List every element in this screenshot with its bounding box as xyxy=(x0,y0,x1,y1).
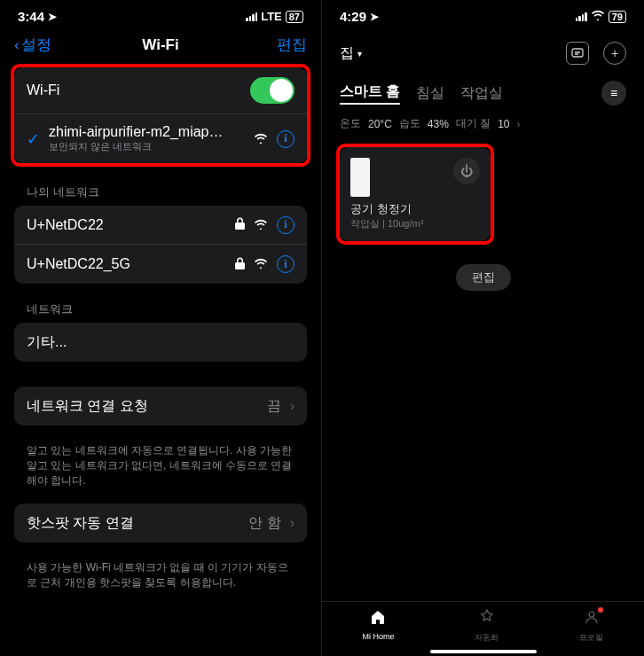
hotspot-label: 핫스팟 자동 연결 xyxy=(27,514,134,533)
home-indicator xyxy=(430,650,537,653)
nav-bar: ‹ 설정 Wi-Fi 편집 xyxy=(0,27,321,64)
location-icon: ➤ xyxy=(370,11,379,23)
connected-network-row[interactable]: ✓ zhimi-airpurifier-m2_miapd9... 보안되지 않은… xyxy=(14,114,307,163)
home-icon xyxy=(370,609,386,629)
cellular-signal-icon xyxy=(246,12,257,21)
hum-value: 43% xyxy=(428,118,449,130)
edit-button[interactable]: 편집 xyxy=(277,35,307,55)
wifi-icon xyxy=(254,132,268,146)
ios-settings-screen: 3:44 ➤ LTE 87 ‹ 설정 Wi-Fi 편집 Wi-Fi ✓ xyxy=(0,0,322,656)
checkmark-icon: ✓ xyxy=(27,129,40,149)
tabbar-profile[interactable]: 프로필 xyxy=(579,609,603,644)
network-row[interactable]: U+NetDC22 i xyxy=(14,206,307,245)
power-icon[interactable]: ⏻ xyxy=(453,158,480,184)
back-label: 설정 xyxy=(21,35,51,55)
ask-join-label: 네트워크 연결 요청 xyxy=(27,397,148,416)
notification-dot xyxy=(598,607,603,613)
environment-bar[interactable]: 온도 20°C 습도 43% 대기 질 10 › xyxy=(322,109,644,144)
other-network-row[interactable]: 기타... xyxy=(14,323,307,362)
status-time: 3:44 xyxy=(18,9,44,24)
wifi-icon xyxy=(591,10,605,23)
message-icon[interactable] xyxy=(566,42,589,65)
battery-level: 87 xyxy=(286,11,303,23)
connected-ssid: zhimi-airpurifier-m2_miapd9... xyxy=(49,124,226,140)
other-label: 기타... xyxy=(27,333,67,352)
location-icon: ➤ xyxy=(48,11,57,23)
automation-icon xyxy=(479,609,495,629)
hotspot-footer: 사용 가능한 Wi-Fi 네트워크가 없을 때 이 기기가 자동으로 근처 개인… xyxy=(0,555,321,606)
networks-header: 네트워크 xyxy=(0,296,321,323)
edit-button[interactable]: 편집 xyxy=(456,264,511,291)
back-button[interactable]: ‹ 설정 xyxy=(14,35,51,55)
tab-bedroom[interactable]: 침실 xyxy=(416,84,444,103)
home-selector[interactable]: 집 ▾ xyxy=(340,44,362,63)
status-bar: 4:29 ➤ 79 xyxy=(322,0,644,27)
hum-label: 습도 xyxy=(399,116,420,131)
tabbar-auto-label: 자동화 xyxy=(475,632,499,644)
chevron-right-icon: › xyxy=(290,398,295,414)
network-ssid: U+NetDC22 xyxy=(27,217,104,233)
device-name: 공기 청정기 xyxy=(350,201,480,217)
temp-value: 20°C xyxy=(368,118,392,130)
chevron-left-icon: ‹ xyxy=(14,36,20,54)
cellular-signal-icon xyxy=(576,12,587,21)
info-icon[interactable]: i xyxy=(277,216,295,234)
wifi-icon xyxy=(254,257,268,271)
highlight-box: ⏻ 공기 청정기 작업실 | 10ug/m³ xyxy=(336,144,494,245)
chevron-right-icon: › xyxy=(290,515,295,531)
air-label: 대기 질 xyxy=(456,116,491,131)
hotspot-value: 안 함 xyxy=(248,514,280,533)
tabbar-home[interactable]: Mi Home xyxy=(362,609,394,644)
lock-icon xyxy=(235,217,245,232)
mihome-screen: 4:29 ➤ 79 집 ▾ + 스마트 홈 침실 작업실 ≡ 온도 20° xyxy=(322,0,644,656)
network-row[interactable]: U+NetDC22_5G i xyxy=(14,245,307,284)
tabbar-automation[interactable]: 자동화 xyxy=(475,609,499,644)
page-title: Wi-Fi xyxy=(142,36,178,54)
network-label: LTE xyxy=(261,10,282,23)
tabbar-profile-label: 프로필 xyxy=(579,632,603,644)
wifi-icon xyxy=(254,218,268,232)
info-icon[interactable]: i xyxy=(277,255,295,273)
connected-sub: 보안되지 않은 네트워크 xyxy=(49,140,226,153)
info-icon[interactable]: i xyxy=(277,130,295,148)
network-ssid: U+NetDC22_5G xyxy=(27,256,130,272)
rooms-menu-icon[interactable]: ≡ xyxy=(601,81,626,105)
wifi-toggle-row[interactable]: Wi-Fi xyxy=(14,67,307,114)
ask-join-row[interactable]: 네트워크 연결 요청 끔 › xyxy=(14,387,307,426)
device-detail: 작업실 | 10ug/m³ xyxy=(350,217,480,230)
status-time: 4:29 xyxy=(340,9,366,24)
wifi-toggle[interactable] xyxy=(250,77,295,104)
ask-join-footer: 알고 있는 네트워크에 자동으로 연결됩니다. 사용 가능한 알고 있는 네트워… xyxy=(0,438,321,504)
air-value: 10 xyxy=(498,118,509,130)
my-networks-header: 나의 네트워크 xyxy=(0,179,321,206)
home-label: 집 xyxy=(340,44,354,63)
wifi-toggle-label: Wi-Fi xyxy=(27,82,59,98)
app-header: 집 ▾ + xyxy=(322,27,644,72)
lock-icon xyxy=(235,257,245,272)
my-networks-list: U+NetDC22 i U+NetDC22_5G i xyxy=(14,206,307,284)
battery-level: 79 xyxy=(609,11,626,23)
device-image xyxy=(350,158,370,197)
ask-join-group: 네트워크 연결 요청 끔 › xyxy=(14,387,307,426)
tab-smart-home[interactable]: 스마트 홈 xyxy=(340,82,400,105)
ask-join-value: 끔 xyxy=(267,397,281,416)
svg-point-1 xyxy=(589,612,594,617)
profile-icon xyxy=(584,609,600,629)
tab-bar: Mi Home 자동화 프로필 xyxy=(322,601,644,647)
highlight-box: Wi-Fi ✓ zhimi-airpurifier-m2_miapd9... 보… xyxy=(11,64,310,167)
tabbar-home-label: Mi Home xyxy=(362,632,394,641)
add-icon[interactable]: + xyxy=(603,42,626,65)
temp-label: 온도 xyxy=(340,116,361,131)
device-card[interactable]: ⏻ 공기 청정기 작업실 | 10ug/m³ xyxy=(340,147,491,241)
chevron-right-icon: › xyxy=(517,118,521,130)
hotspot-row[interactable]: 핫스팟 자동 연결 안 함 › xyxy=(14,504,307,543)
room-tabs: 스마트 홈 침실 작업실 ≡ xyxy=(322,72,644,109)
status-bar: 3:44 ➤ LTE 87 xyxy=(0,0,321,27)
hotspot-group: 핫스팟 자동 연결 안 함 › xyxy=(14,504,307,543)
other-networks-list: 기타... xyxy=(14,323,307,362)
chevron-down-icon: ▾ xyxy=(357,49,362,59)
tab-workroom[interactable]: 작업실 xyxy=(460,84,503,103)
